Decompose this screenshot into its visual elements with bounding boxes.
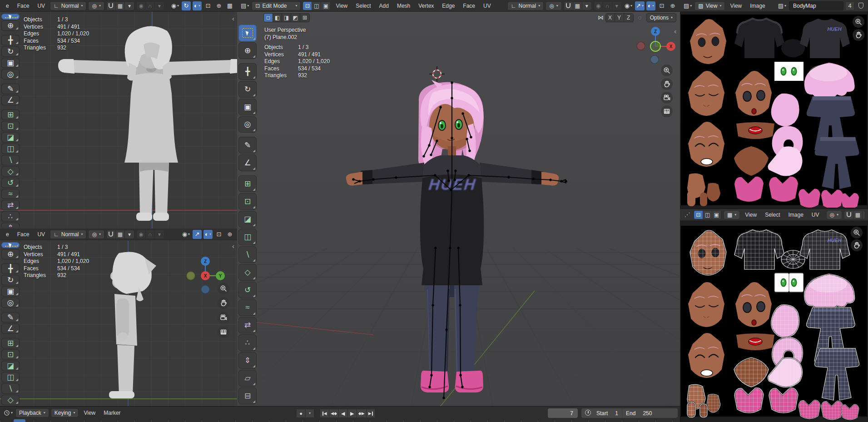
ortho-grid-icon[interactable] (218, 326, 229, 338)
tool-inset-faces[interactable]: ⊡◢ (1, 121, 20, 131)
face-select-icon[interactable]: ▣ (321, 1, 330, 10)
overlays-toggle[interactable]: ◐▾ (203, 230, 213, 239)
atlas-piece-hand-strip-b[interactable] (700, 404, 707, 417)
select-subtract-icon[interactable]: ◨ (282, 13, 291, 22)
menu-select[interactable]: Select (762, 210, 783, 219)
menu-select[interactable]: Select (352, 1, 374, 10)
proportional-group[interactable]: ◉∩▾ (594, 1, 622, 10)
tool-move[interactable]: ╋◢ (1, 263, 20, 274)
tool-poly-build[interactable]: ◇◢ (1, 395, 20, 405)
proportional-icon[interactable]: ◉ (594, 1, 603, 10)
mirror-z-button[interactable]: Z (624, 13, 633, 22)
snap-group[interactable]: ▦▾ (106, 230, 134, 239)
tool-edge-slide[interactable]: ⇄◢ (238, 317, 257, 334)
falloff-icon[interactable]: ∩ (603, 1, 612, 10)
tool-measure[interactable]: ∠◢ (1, 323, 20, 334)
menu-uv[interactable]: UV (808, 210, 823, 219)
atlas-piece-hand-blob-small[interactable] (707, 394, 720, 413)
menu-add[interactable]: Add (376, 1, 392, 10)
tool-transform[interactable]: ◎◢ (1, 69, 20, 79)
tool-extrude-region[interactable]: ⊞◢ (1, 338, 20, 348)
menu-view[interactable]: View (332, 1, 351, 10)
tool-loop-cut[interactable]: ◫◢ (1, 144, 20, 154)
show-gizmo-dropdown[interactable]: ◉▾ (624, 1, 633, 10)
menu-uv[interactable]: UV (480, 1, 494, 10)
sidebar-collapse-icon[interactable]: ‹ (232, 242, 234, 250)
pivot-dropdown[interactable]: ◎▾ (88, 1, 104, 10)
tool-move[interactable]: ╋◢ (238, 63, 257, 80)
tool-scale[interactable]: ▣◢ (1, 58, 20, 68)
tool-transform[interactable]: ◎◢ (1, 298, 20, 308)
pan-hand-icon[interactable] (851, 239, 863, 251)
tool-rotate[interactable]: ↻◢ (1, 46, 20, 57)
tool-scale[interactable]: ▣◢ (238, 99, 257, 115)
jump-to-start-button[interactable]: ◀ (320, 409, 329, 418)
orientation-dropdown[interactable]: ∟Normal▾ (507, 1, 544, 10)
snap-group[interactable]: ▦▾ (564, 1, 592, 10)
tool-bevel[interactable]: ◪◢ (1, 361, 20, 371)
menu-face[interactable]: Face (14, 1, 33, 10)
camera-view-icon[interactable] (661, 92, 673, 104)
zoom-icon[interactable] (661, 65, 673, 76)
tool-annotate[interactable]: ✎◢ (238, 137, 257, 154)
show-gizmo-dropdown[interactable]: ◉▾ (170, 1, 180, 10)
editor-type-icon[interactable]: ▨▾ (683, 1, 693, 10)
tool-poly-build[interactable]: ◇◢ (1, 166, 20, 177)
tool-knife[interactable]: ∖◢ (1, 155, 20, 165)
shading-solid-icon[interactable]: ⊕ (225, 230, 234, 239)
zoom-icon[interactable] (218, 283, 229, 294)
menu-mesh[interactable]: Mesh (394, 1, 413, 10)
snap-magnet-icon[interactable] (844, 210, 853, 219)
zoom-icon[interactable] (853, 16, 864, 28)
atlas-piece-eyes-patch[interactable] (774, 272, 804, 293)
jump-to-end-button[interactable]: ▶ (366, 409, 375, 418)
auto-key-button[interactable]: ● (296, 409, 305, 418)
editor-type-icon[interactable]: ▾ (3, 408, 14, 417)
uv-vertex-select-icon[interactable]: ⊡ (694, 210, 703, 219)
zoom-icon[interactable] (851, 227, 863, 238)
tool-cursor[interactable]: ⊕◢ (1, 249, 20, 259)
tool-extrude-region[interactable]: ⊞◢ (1, 109, 20, 120)
next-keyframe-button[interactable]: ◆▶ (357, 409, 366, 418)
pivot-dropdown[interactable]: ◎▾ (88, 230, 104, 239)
display-channel-dropdown[interactable]: ▨View▾ (694, 1, 725, 10)
frame-range-group[interactable]: Start 1 End 250 (581, 408, 678, 418)
timeline-ruler[interactable] (0, 420, 680, 422)
options-dropdown[interactable]: Options▾ (646, 13, 676, 22)
proportional-icon[interactable]: ◉ (137, 230, 146, 239)
atlas-piece-mouth-piece[interactable] (736, 333, 774, 350)
tool-select-box[interactable]: ◢ (1, 242, 20, 248)
tool-knife[interactable]: ∖◢ (238, 246, 257, 263)
proportional-icon[interactable]: ◉ (137, 1, 146, 10)
select-difference-icon[interactable]: ◩ (291, 13, 300, 22)
snap-magnet-icon[interactable] (107, 1, 116, 10)
shading-solid-icon[interactable]: ⊕ (214, 1, 223, 10)
tool-cursor[interactable]: ⊕◢ (1, 20, 20, 31)
ortho-grid-icon[interactable] (661, 105, 673, 117)
gizmos-toggle[interactable]: ↗ (193, 230, 202, 239)
pan-hand-icon[interactable] (853, 29, 864, 41)
tool-measure[interactable]: ∠◢ (1, 95, 20, 105)
select-extend-icon[interactable]: ◧ (273, 13, 282, 22)
pivot-dropdown[interactable]: ◎▾ (546, 1, 562, 10)
tool-measure[interactable]: ∠◢ (238, 154, 257, 171)
tool-inset-faces[interactable]: ⊡◢ (238, 193, 257, 210)
fake-user-shield-icon[interactable] (856, 1, 865, 10)
tool-annotate[interactable]: ✎◢ (1, 312, 20, 323)
xray-toggle[interactable]: ⊡ (657, 1, 666, 10)
falloff-icon[interactable]: ∩ (146, 1, 155, 10)
menu-vertex[interactable]: Vertex (415, 1, 437, 10)
uv-edge-select-icon[interactable]: ◫ (703, 210, 712, 219)
image-name-field[interactable]: BodyMap (789, 1, 843, 10)
menu-face[interactable]: Face (14, 230, 33, 239)
gizmos-toggle[interactable]: ↗▾ (635, 1, 645, 10)
tool-smooth[interactable]: ≈◢ (238, 299, 257, 316)
snap-magnet-icon[interactable] (107, 230, 116, 239)
tool-move[interactable]: ╋◢ (1, 35, 20, 45)
tool-randomize[interactable]: ∴◢ (238, 334, 257, 351)
select-intersect-icon[interactable]: ⊞ (300, 13, 309, 22)
snap-group[interactable]: ▦▾ (844, 210, 865, 219)
tool-bevel[interactable]: ◪◢ (238, 211, 257, 228)
tool-smooth[interactable]: ≈◢ (1, 189, 20, 199)
snap-target-icon[interactable]: ▦ (116, 1, 125, 10)
